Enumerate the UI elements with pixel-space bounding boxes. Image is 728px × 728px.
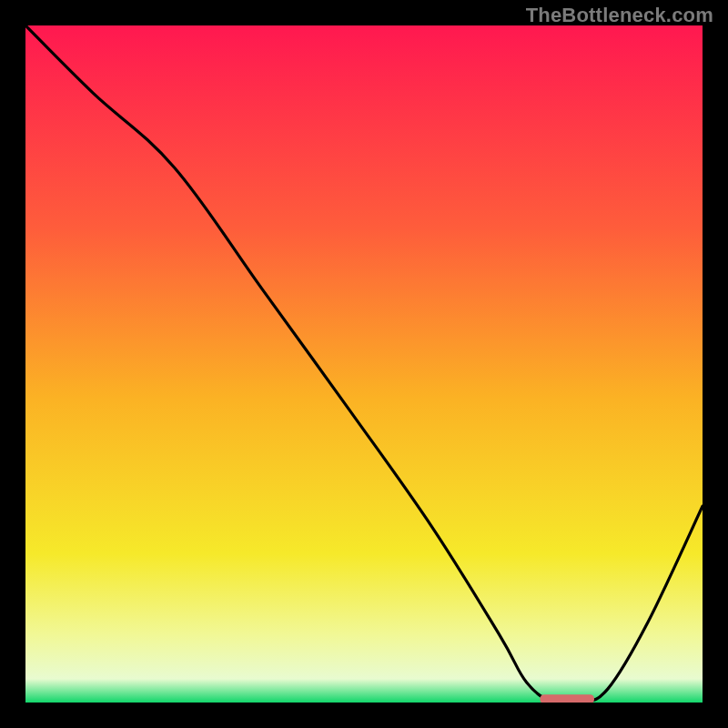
optimal-marker	[540, 694, 594, 703]
chart-svg	[25, 25, 703, 703]
watermark-text: TheBottleneck.com	[526, 4, 713, 27]
plot-area	[25, 25, 703, 703]
chart-frame: TheBottleneck.com	[0, 0, 728, 728]
gradient-background	[25, 25, 703, 703]
